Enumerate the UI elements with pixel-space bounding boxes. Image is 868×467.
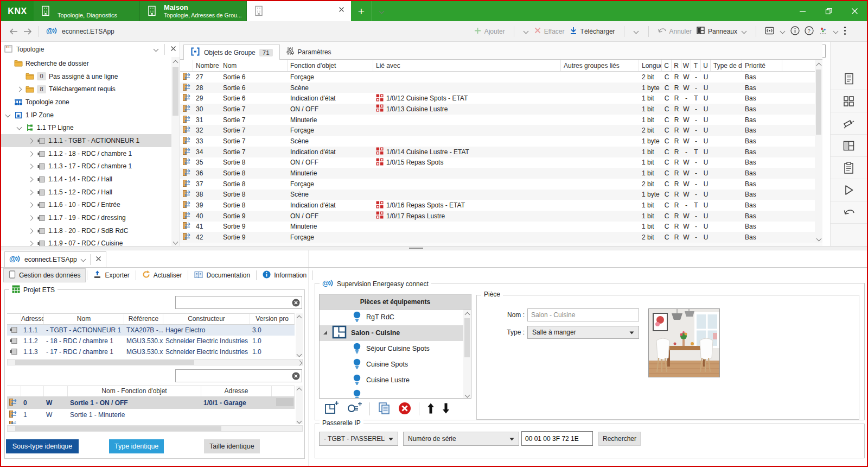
apps-chevron-icon[interactable] — [832, 29, 839, 34]
column-header[interactable]: Adresse — [21, 314, 44, 324]
gateway-select[interactable]: - TGBT - PASSERELLE I... — [319, 432, 398, 446]
room-type-select[interactable]: Salle à manger — [527, 326, 639, 339]
room-list-item[interactable]: Cuisine Spots — [320, 356, 471, 372]
forward-button[interactable] — [21, 28, 35, 35]
room-name-input[interactable] — [528, 309, 639, 321]
tree-item[interactable]: 1.1 TP Ligne — [1, 121, 171, 134]
link-filter-input[interactable] — [176, 372, 290, 380]
econnect-tab-chevron-icon[interactable] — [81, 257, 86, 262]
clipboard-rail-button[interactable] — [831, 157, 867, 179]
column-header[interactable]: Autres groupes liés — [561, 60, 639, 71]
column-header[interactable]: T — [691, 60, 701, 71]
expander-icon[interactable] — [4, 112, 11, 118]
tab-maison[interactable]: Maison Topologie, Adresses de Grou... — [140, 1, 247, 21]
tab-group-objects[interactable]: Objets de Groupe 71 — [183, 45, 280, 60]
room-list-item[interactable]: Salon - Cuisine — [320, 325, 471, 341]
tree-item[interactable]: 1.1.5 - 12 - RDC / Hall — [1, 186, 171, 199]
tree-item[interactable]: Recherche de dossier — [1, 57, 171, 70]
column-header[interactable]: Lié avec — [373, 60, 561, 71]
apps-button[interactable] — [819, 27, 827, 36]
add-room-button[interactable] — [324, 401, 339, 416]
move-down-button[interactable] — [442, 403, 450, 415]
panel-layout-rail-button[interactable] — [831, 135, 867, 157]
play-rail-button[interactable] — [831, 179, 867, 201]
tree-item[interactable]: 0Pas assigné à une ligne — [1, 70, 171, 83]
close-window-button[interactable] — [846, 4, 863, 19]
tree-item[interactable]: 8Téléchargement requis — [1, 83, 171, 96]
clear-filter-icon[interactable] — [290, 372, 302, 380]
expander-icon[interactable] — [16, 125, 22, 130]
tree-item[interactable]: 1.1.6 - 10 - RDC / Entrée — [1, 199, 171, 212]
serial-number-input[interactable] — [522, 432, 592, 445]
menu-item-documentation[interactable]: Documentation — [189, 269, 255, 282]
room-list-item[interactable] — [320, 388, 471, 399]
diagnostics-rail-button[interactable] — [831, 112, 867, 135]
link-table-hscroll[interactable] — [7, 425, 303, 432]
table-row[interactable]: 30Sortie 7ON / OFF1/0/13 Cuisine Lustre1… — [180, 104, 822, 115]
econnect-tab-close-icon[interactable] — [95, 256, 101, 263]
help-button[interactable]: ? — [805, 26, 814, 37]
device-filter-input[interactable] — [176, 299, 290, 306]
tree-scrollbar[interactable] — [171, 57, 180, 246]
tree-item[interactable]: Topologie zone — [1, 96, 171, 109]
clear-filter-icon[interactable] — [290, 299, 302, 307]
table-row[interactable]: 36Sortie 8Minuterie1 bitCRW-UBas — [180, 168, 822, 179]
table-row[interactable]: 39Sortie 8Indication d'état1/0/16 Repas … — [180, 200, 822, 211]
tree-item[interactable]: 1.1.7 - 19 - RDC / dressing — [1, 211, 171, 224]
column-header[interactable]: Type de do — [711, 60, 742, 71]
expander-icon[interactable] — [27, 228, 34, 234]
close-icon[interactable] — [339, 7, 344, 14]
device-table-scrollbar[interactable] — [296, 313, 303, 357]
column-header[interactable] — [180, 60, 193, 71]
copy-button[interactable] — [378, 402, 391, 416]
column-header[interactable]: Longue — [639, 60, 662, 71]
tab-parameters[interactable]: Paramètres — [280, 45, 338, 59]
horizontal-splitter[interactable] — [1, 246, 867, 250]
tree-item[interactable]: 1.1.8 - 20 - RDC / SdB RdC — [1, 224, 171, 237]
device-table-hscroll[interactable] — [7, 359, 303, 365]
undo-button[interactable]: Annuler — [658, 27, 692, 36]
tree-item[interactable]: 1.1.2 - 18 - RDC / chambre 1 — [1, 147, 171, 160]
econnect-app-tab[interactable]: @ econnect.ETSApp — [4, 251, 106, 267]
expander-icon[interactable] — [16, 86, 22, 92]
download-button[interactable]: Télécharger — [570, 27, 615, 36]
table-scrollbar[interactable] — [815, 60, 822, 243]
table-row[interactable]: 37Sortie 8Forçage2 bitCRW-UBas — [180, 179, 822, 190]
delete-room-button[interactable] — [398, 402, 411, 416]
more-menu-button[interactable] — [844, 26, 846, 37]
tree-item[interactable]: 1.1.1 - TGBT - ACTIONNEUR 1 — [1, 134, 171, 147]
tree-item[interactable]: 1.1.9 - 07 - RDC / Cuisine — [1, 237, 171, 246]
grid-rail-button[interactable] — [831, 90, 867, 112]
room-list-item[interactable]: Cuisine Lustre — [320, 372, 471, 388]
workspace-chevron-icon[interactable] — [779, 29, 786, 34]
table-row[interactable]: 1.1.3- 17 - RDC / chambre 1MGU3.530.xxSc… — [7, 346, 295, 357]
column-header[interactable]: Référence — [124, 314, 163, 324]
minimize-button[interactable] — [794, 4, 810, 19]
panel-close-icon[interactable] — [170, 46, 176, 53]
table-row[interactable]: 33Sortie 7Scène1 byteCRW-UBas — [180, 136, 822, 147]
menu-item-export[interactable]: Exporter — [88, 269, 134, 282]
table-row[interactable]: 28Sortie 6Scène1 byteCRW-UBas — [180, 83, 822, 93]
table-row[interactable]: 34Sortie 7Indication d'état1/0/14 Cuisin… — [180, 147, 822, 157]
undo-rail-button[interactable] — [831, 201, 867, 224]
room-list-item[interactable]: Séjour Cuisine Spots — [320, 341, 471, 357]
panels-button[interactable]: Panneaux — [697, 27, 747, 36]
tab-topologie-diagnostics[interactable]: Topologie, Diagnostics — [34, 1, 140, 21]
link-table-scrollbar[interactable] — [296, 386, 303, 424]
expander-icon[interactable] — [27, 176, 34, 182]
table-row[interactable]: 29Sortie 6Indication d'état1/0/12 Cuisin… — [180, 93, 822, 104]
column-header[interactable]: Nombre▲ — [193, 60, 220, 71]
table-row[interactable]: 38Sortie 8Scène1 byteCRW-UBas — [180, 190, 822, 200]
column-header[interactable]: Version pro — [250, 314, 295, 324]
table-row[interactable]: 35Sortie 8ON / OFF1/0/15 Repas Spots1 bi… — [180, 157, 822, 168]
panel-chevron-icon[interactable] — [152, 47, 159, 52]
move-up-button[interactable] — [427, 403, 435, 415]
button-dark-blue[interactable]: Sous-type identique — [6, 439, 79, 453]
tree-item[interactable]: 1.1.3 - 17 - RDC / chambre 1 — [1, 160, 171, 173]
table-row[interactable]: 1.1.2- 18 - RDC / chambre 1MGU3.530.xxSc… — [7, 336, 295, 346]
column-header[interactable]: Constructeur — [163, 314, 250, 324]
table-row[interactable]: 27Sortie 6Forçage2 bitCRW-UBas — [180, 72, 822, 83]
new-tab-button[interactable]: + — [351, 1, 372, 21]
tree-item[interactable]: 1.1.4 - 14 - RDC / Hall — [1, 173, 171, 186]
download-chevron-icon[interactable] — [633, 29, 640, 34]
